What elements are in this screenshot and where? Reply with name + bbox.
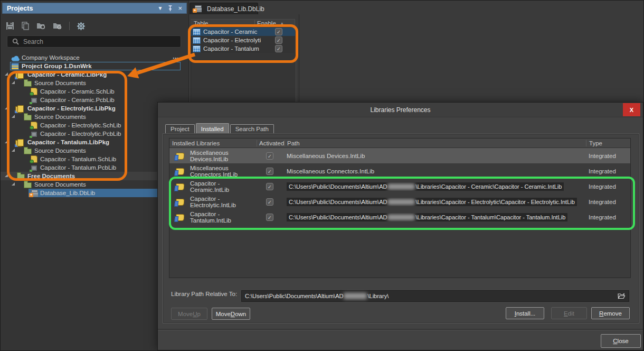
- gear-icon[interactable]: [77, 22, 86, 31]
- move-up-button[interactable]: Move Up: [171, 308, 207, 320]
- dialog-titlebar[interactable]: Libraries Preferences: [158, 103, 643, 117]
- folder-icon: [24, 182, 32, 188]
- expand-icon[interactable]: [12, 182, 15, 186]
- panel-close-icon[interactable]: ×: [178, 5, 182, 12]
- intlib-icon: [175, 214, 184, 221]
- folder-icon: [24, 81, 32, 87]
- table-icon: [193, 45, 201, 52]
- expand-icon[interactable]: [12, 115, 15, 118]
- expand-icon[interactable]: [12, 81, 15, 84]
- tree-item-schlib[interactable]: Capacitor - Ceramic.SchLib: [1, 87, 188, 96]
- redacted-text: [387, 199, 415, 205]
- library-row[interactable]: Capacitor - Tantalum.IntLib ✓ C:\Users\P…: [169, 209, 630, 225]
- folder-icon: [17, 174, 25, 180]
- tree-item-project-group[interactable]: Project Group 1.DsnWrk: [1, 62, 188, 70]
- activated-checkbox[interactable]: ✓: [266, 152, 273, 160]
- column-header-table[interactable]: Table: [191, 20, 254, 26]
- column-header-path[interactable]: Path: [285, 140, 586, 146]
- projects-panel-header: Projects ▼ ×: [2, 3, 187, 14]
- open-project-icon[interactable]: [36, 22, 46, 30]
- redacted-text: [387, 214, 415, 220]
- dblib-icon: [31, 190, 37, 197]
- folder-icon: [24, 115, 32, 121]
- altium-window: Database_Lib.DbLib Table Enable ▲ Capaci…: [0, 0, 644, 351]
- relative-path-input[interactable]: C:\Users\Public\Documents\Altium\AD\Libr…: [241, 290, 629, 302]
- db-table-empty-area: [191, 53, 296, 102]
- sort-asc-icon: ▲: [280, 21, 284, 25]
- db-table-row[interactable]: Capacitor - Ceramic ✓: [191, 27, 295, 36]
- cloud-icon: [11, 54, 19, 61]
- search-input[interactable]: Search: [7, 35, 181, 48]
- expand-icon[interactable]: [5, 72, 8, 76]
- tab-search-path[interactable]: Search Path: [230, 124, 274, 134]
- enable-checkbox[interactable]: ✓: [275, 28, 282, 35]
- activated-checkbox[interactable]: ✓: [266, 214, 273, 221]
- dialog-title: Libraries Preferences: [370, 106, 430, 114]
- tab-installed[interactable]: Installed: [196, 123, 229, 134]
- edit-button[interactable]: Edit: [551, 307, 587, 319]
- installed-libraries-list: Installed Libraries Activated Path Type …: [169, 138, 631, 278]
- expand-icon[interactable]: [5, 140, 8, 143]
- db-table-row[interactable]: Capacitor - Electrolyti ✓: [191, 36, 295, 44]
- more-icon[interactable]: •••: [173, 56, 179, 60]
- expand-icon[interactable]: [12, 149, 15, 152]
- move-down-button[interactable]: Move Down: [212, 308, 250, 320]
- close-button[interactable]: Close: [601, 334, 641, 348]
- panel-dropdown-icon[interactable]: ▼: [158, 6, 163, 11]
- intlib-icon: [175, 153, 184, 160]
- relative-path-label: Library Path Relative To:: [171, 291, 237, 297]
- pcblib-icon: [31, 131, 37, 137]
- expand-icon[interactable]: [5, 106, 8, 109]
- enable-checkbox[interactable]: ✓: [275, 36, 282, 44]
- dblib-icon: [194, 5, 201, 12]
- redacted-text: [344, 293, 367, 299]
- dialog-tabs: Project Installed Search Path: [165, 124, 275, 134]
- activated-checkbox[interactable]: ✓: [266, 198, 273, 206]
- project-options-icon[interactable]: [53, 22, 62, 30]
- copy-documents-icon[interactable]: [21, 22, 30, 30]
- intlib-icon: [175, 168, 184, 175]
- library-row[interactable]: Miscellaneous Connectors.IntLib ✓ Miscel…: [169, 163, 630, 179]
- remove-button[interactable]: Remove: [591, 307, 630, 319]
- column-header-enable[interactable]: Enable ▲: [254, 20, 295, 26]
- save-icon[interactable]: [6, 22, 14, 30]
- panel-title: Projects: [7, 5, 153, 12]
- browse-folder-icon[interactable]: [618, 293, 626, 299]
- table-icon: [193, 37, 201, 44]
- table-icon: [193, 29, 201, 35]
- column-header-installed-libraries[interactable]: Installed Libraries: [169, 140, 257, 146]
- install-button[interactable]: Install...: [506, 307, 544, 319]
- schlib-icon: [31, 155, 37, 163]
- tree-item-source-documents[interactable]: Source Documents: [1, 79, 188, 87]
- activated-checkbox[interactable]: ✓: [266, 183, 273, 190]
- tab-project[interactable]: Project: [165, 124, 195, 134]
- tree-item-company-workspace[interactable]: Company Workspace •••: [1, 53, 188, 62]
- library-row[interactable]: Miscellaneous Devices.IntLib ✓ Miscellan…: [169, 148, 630, 163]
- column-header-activated[interactable]: Activated: [257, 140, 285, 146]
- library-row[interactable]: Capacitor - Ceramic.IntLib ✓ C:\Users\Pu…: [169, 179, 630, 194]
- schlib-icon: [31, 88, 37, 95]
- libraries-preferences-dialog: Libraries Preferences X Project Installe…: [157, 102, 643, 350]
- pin-icon[interactable]: [167, 5, 173, 12]
- search-icon: [12, 38, 19, 45]
- list-header: Installed Libraries Activated Path Type: [169, 138, 630, 148]
- db-table-grid-header: Table Enable ▲: [191, 19, 295, 27]
- dialog-close-button[interactable]: X: [623, 103, 640, 116]
- enable-checkbox[interactable]: ✓: [275, 45, 282, 52]
- libpkg-icon: [17, 105, 25, 112]
- column-header-type[interactable]: Type: [586, 140, 630, 146]
- intlib-icon: [175, 183, 184, 190]
- db-table-row[interactable]: Capacitor - Tantalum ✓: [191, 44, 295, 53]
- activated-checkbox[interactable]: ✓: [266, 168, 273, 175]
- redacted-text: [387, 183, 415, 190]
- libpkg-icon: [17, 139, 25, 146]
- library-row[interactable]: Capacitor - Electrolytic.IntLib ✓ C:\Use…: [169, 194, 630, 209]
- libpkg-icon: [17, 71, 25, 78]
- document-tab-label: Database_Lib.DbLib: [207, 5, 264, 13]
- pcblib-icon: [31, 165, 37, 171]
- document-tab-database-lib[interactable]: Database_Lib.DbLib: [190, 3, 258, 14]
- expand-icon[interactable]: [5, 174, 8, 177]
- tree-item-libpkg[interactable]: Capacitor - Ceramic.LibPkg: [1, 70, 188, 79]
- toolbar-separator: [69, 22, 70, 30]
- schlib-icon: [31, 122, 37, 129]
